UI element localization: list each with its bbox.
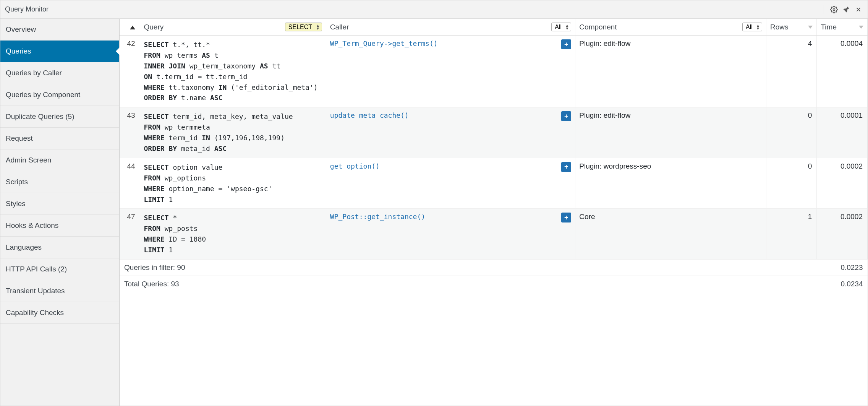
- sidebar-item[interactable]: Queries: [0, 41, 119, 62]
- table-row: 42SELECT t.*, tt.*FROM wp_terms AS tINNE…: [120, 36, 868, 107]
- sidebar-item[interactable]: Admin Screen: [0, 149, 119, 171]
- sidebar-item[interactable]: Capability Checks: [0, 302, 119, 324]
- expand-button[interactable]: +: [561, 111, 571, 121]
- rows-cell: 4: [766, 36, 817, 107]
- titlebar-actions: [824, 5, 863, 14]
- table-row: 44SELECT option_valueFROM wp_optionsWHER…: [120, 158, 868, 209]
- component-cell: Plugin: wordpress-seo: [575, 158, 766, 209]
- sidebar-item[interactable]: Styles: [0, 193, 119, 215]
- sidebar-item[interactable]: HTTP API Calls (2): [0, 258, 119, 280]
- caller-header-label: Caller: [330, 23, 349, 31]
- query-monitor-panel: Query Monitor OverviewQueriesQueries by …: [0, 0, 868, 406]
- col-header-query: Query SELECT ▲▼: [140, 19, 326, 36]
- time-header-label: Time: [821, 23, 837, 31]
- sort-asc-icon: [130, 26, 135, 29]
- settings-icon[interactable]: [829, 5, 839, 14]
- time-cell: 0.0002: [817, 158, 868, 209]
- query-sql: SELECT option_valueFROM wp_optionsWHERE …: [140, 158, 326, 209]
- sidebar-item[interactable]: Languages: [0, 237, 119, 258]
- caller-cell: WP_Term_Query->get_terms()+: [326, 36, 575, 107]
- rows-header-label: Rows: [770, 23, 789, 31]
- footer-total-count: Total Queries: 93: [120, 276, 817, 292]
- sidebar-item[interactable]: Transient Updates: [0, 280, 119, 302]
- caller-cell: get_option()+: [326, 158, 575, 209]
- col-header-number[interactable]: [120, 19, 140, 36]
- sort-icon: [859, 26, 863, 29]
- row-number: 42: [120, 36, 140, 107]
- expand-button[interactable]: +: [561, 39, 571, 49]
- caller-link[interactable]: WP_Post::get_instance(): [330, 213, 425, 221]
- col-header-time[interactable]: Time: [817, 19, 868, 36]
- query-sql: SELECT *FROM wp_postsWHERE ID = 1880LIMI…: [140, 209, 326, 260]
- caller-cell: WP_Post::get_instance()+: [326, 209, 575, 260]
- query-header-label: Query: [144, 23, 164, 31]
- panel-body: OverviewQueriesQueries by CallerQueries …: [0, 19, 868, 406]
- col-header-rows[interactable]: Rows: [766, 19, 817, 36]
- rows-cell: 0: [766, 158, 817, 209]
- sidebar-item[interactable]: Scripts: [0, 171, 119, 193]
- rows-cell: 1: [766, 209, 817, 260]
- svg-point-0: [833, 8, 835, 10]
- caller-filter[interactable]: All: [551, 23, 571, 31]
- panel-title: Query Monitor: [5, 5, 49, 13]
- expand-button[interactable]: +: [561, 162, 571, 172]
- titlebar: Query Monitor: [0, 0, 868, 19]
- footer-filter-count: Queries in filter: 90: [120, 260, 817, 276]
- col-header-component: Component All ▲▼: [575, 19, 766, 36]
- sidebar: OverviewQueriesQueries by CallerQueries …: [0, 19, 120, 406]
- row-number: 47: [120, 209, 140, 260]
- time-cell: 0.0001: [817, 107, 868, 158]
- sidebar-item[interactable]: Queries by Caller: [0, 62, 119, 84]
- component-header-label: Component: [579, 23, 617, 31]
- pin-icon[interactable]: [842, 5, 851, 14]
- col-header-caller: Caller All ▲▼: [326, 19, 575, 36]
- row-number: 43: [120, 107, 140, 158]
- sidebar-item[interactable]: Overview: [0, 19, 119, 41]
- query-sql: SELECT term_id, meta_key, meta_valueFROM…: [140, 107, 326, 158]
- expand-button[interactable]: +: [561, 213, 571, 222]
- rows-cell: 0: [766, 107, 817, 158]
- footer-filter-time: 0.0223: [817, 260, 868, 276]
- sort-icon: [808, 26, 813, 29]
- component-cell: Plugin: edit-flow: [575, 36, 766, 107]
- caller-link[interactable]: update_meta_cache(): [330, 111, 409, 119]
- query-type-filter[interactable]: SELECT: [285, 23, 322, 31]
- query-sql: SELECT t.*, tt.*FROM wp_terms AS tINNER …: [140, 36, 326, 107]
- time-cell: 0.0002: [817, 209, 868, 260]
- sidebar-item[interactable]: Hooks & Actions: [0, 215, 119, 237]
- sidebar-item[interactable]: Request: [0, 128, 119, 149]
- caller-link[interactable]: get_option(): [330, 162, 380, 170]
- component-filter[interactable]: All: [742, 23, 762, 31]
- caller-cell: update_meta_cache()+: [326, 107, 575, 158]
- queries-table: Query SELECT ▲▼ Ca: [120, 19, 868, 292]
- row-number: 44: [120, 158, 140, 209]
- table-row: 43SELECT term_id, meta_key, meta_valueFR…: [120, 107, 868, 158]
- sidebar-item[interactable]: Duplicate Queries (5): [0, 106, 119, 128]
- sidebar-item[interactable]: Queries by Component: [0, 84, 119, 106]
- caller-link[interactable]: WP_Term_Query->get_terms(): [330, 39, 438, 47]
- component-cell: Core: [575, 209, 766, 260]
- main-content: Query SELECT ▲▼ Ca: [120, 19, 868, 406]
- footer-total-time: 0.0234: [817, 276, 868, 292]
- close-icon[interactable]: [854, 5, 863, 14]
- component-cell: Plugin: edit-flow: [575, 107, 766, 158]
- table-row: 47SELECT *FROM wp_postsWHERE ID = 1880LI…: [120, 209, 868, 260]
- time-cell: 0.0004: [817, 36, 868, 107]
